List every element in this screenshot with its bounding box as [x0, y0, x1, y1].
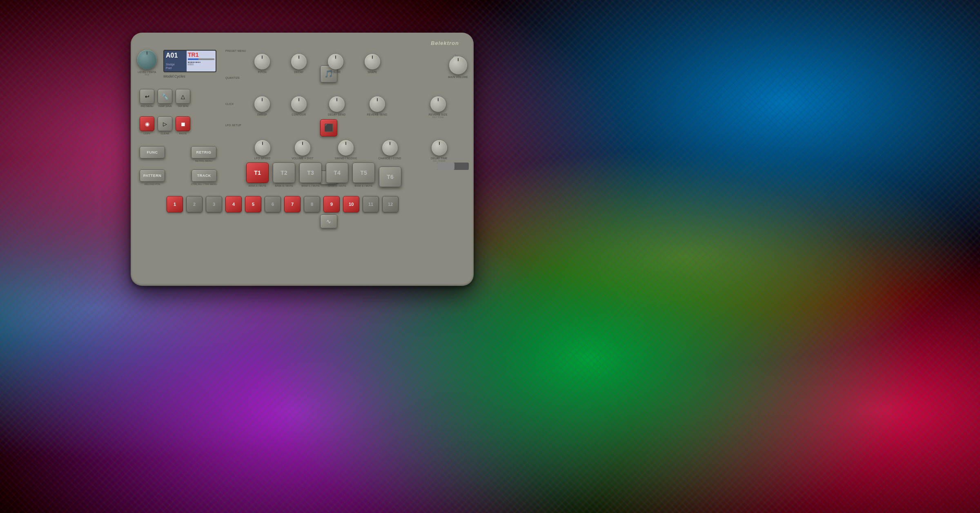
contour-knob[interactable]: [291, 96, 307, 112]
clear-label: CLEAR: [161, 132, 169, 135]
copy-icon: ◉: [145, 121, 149, 127]
level-pan-sublabel: PAN: [145, 74, 149, 76]
lfo-icon: ∿: [326, 218, 331, 225]
reverb-send-knob[interactable]: [370, 96, 385, 112]
step-button-10[interactable]: 10: [343, 196, 359, 212]
shape-knob[interactable]: [365, 54, 380, 69]
clear-button[interactable]: ▷: [158, 116, 172, 131]
volume-dist-led: [301, 137, 303, 139]
brand-logo: Belektron: [431, 40, 459, 46]
temp-save-button[interactable]: 🔧: [158, 89, 172, 104]
track-number: TR1: [188, 52, 214, 58]
chance-cond-knob[interactable]: [382, 140, 398, 156]
delay-send-knob[interactable]: [329, 96, 345, 112]
pattern-number: A01: [166, 52, 185, 59]
color-knob[interactable]: [328, 54, 343, 69]
level-data-knob[interactable]: [137, 50, 157, 69]
step-button-11[interactable]: 11: [363, 196, 379, 212]
decay-led: [298, 51, 300, 53]
reverb-send-led: [376, 93, 378, 95]
step-button-8[interactable]: 8: [304, 196, 320, 212]
pitch-label: PITCH: [258, 71, 267, 74]
retrig-button[interactable]: RETRIG: [191, 146, 216, 158]
pitch-knob[interactable]: [254, 54, 270, 69]
track-t3-button[interactable]: T3: [299, 163, 322, 183]
preset-menu-label: PRESET MENU: [225, 49, 246, 52]
sweep-led: [261, 93, 263, 95]
pitch-led: [261, 51, 263, 53]
reload-ptn-label: RELOAD PTN: [145, 183, 160, 185]
delay-time-led: [438, 137, 440, 139]
shape-label: SHAPE: [368, 71, 377, 74]
temp-save-icon: 🔧: [162, 94, 168, 100]
temp-save-label: TEMP SAVE: [158, 105, 172, 107]
lfo-setup-label: LFO SETUP: [225, 124, 241, 127]
step-button-9[interactable]: 9: [323, 196, 340, 212]
step-button-6[interactable]: 6: [265, 196, 281, 212]
paste-icon: ◼: [181, 121, 185, 127]
lfo-speed-led: [261, 137, 263, 139]
track-t5-button[interactable]: T5: [352, 163, 375, 183]
step-button-4[interactable]: 4: [225, 196, 242, 212]
copy-label: COPY: [143, 132, 150, 135]
tap-bpm-icon: △: [181, 94, 185, 100]
sweep-knob[interactable]: [254, 96, 270, 112]
copy-button[interactable]: ◉: [140, 116, 154, 131]
device-body: Belektron MAIN VOLUME LEVEL / DATA PAN A…: [131, 33, 474, 286]
color-label: COLOR: [331, 71, 341, 74]
swing-nudge-label: SWING / NUDGE: [335, 157, 357, 160]
track-t2-button[interactable]: T2: [273, 163, 295, 183]
step-button-1[interactable]: 1: [167, 196, 183, 212]
decay-label: DECAY: [294, 71, 303, 74]
quantize-button[interactable]: ⬛: [320, 119, 337, 136]
display-left: A01 Sludge Poet: [164, 51, 187, 71]
reverb-size-knob[interactable]: [430, 96, 446, 112]
delay-send-led: [336, 93, 338, 95]
step-button-5[interactable]: 5: [245, 196, 261, 212]
main-volume-label: MAIN VOLUME: [448, 76, 468, 78]
reverb-size-led: [437, 93, 439, 95]
scroll-fill: [437, 163, 454, 170]
decay-knob[interactable]: [291, 54, 307, 69]
step-button-2[interactable]: 2: [186, 196, 203, 212]
delay-time-knob[interactable]: [432, 140, 447, 156]
scroll-indicator: [437, 163, 469, 170]
display-right: TR1 ||||||||: [187, 51, 216, 71]
rev-tone-sublabel: REV TONE: [432, 116, 444, 118]
swing-nudge-led: [345, 137, 347, 139]
step-button-3[interactable]: 3: [206, 196, 222, 212]
volume-dist-knob[interactable]: [295, 140, 310, 156]
paste-label: PASTE: [179, 132, 187, 135]
track-t4-button[interactable]: T4: [326, 163, 348, 183]
lfo-setup-button[interactable]: ∿: [320, 214, 337, 228]
lfo-speed-knob[interactable]: [255, 140, 270, 156]
bank-b-label: BANK B / MUTE: [275, 185, 293, 187]
pattern-button[interactable]: PATTERN: [140, 170, 165, 182]
func-button[interactable]: FUNC: [140, 146, 165, 158]
swing-nudge-knob[interactable]: [338, 140, 354, 156]
progress-fill: [188, 58, 198, 60]
track-button[interactable]: TRACK: [192, 170, 217, 182]
step-button-12[interactable]: 12: [382, 196, 399, 212]
pad-menu-button[interactable]: ↩: [140, 89, 154, 104]
paste-button[interactable]: ◼: [176, 116, 190, 131]
delay-time-label: DELAY TIME: [431, 157, 448, 160]
bank-e-label: BANK E / MUTE: [354, 185, 372, 187]
preset-name: Sludge Poet: [166, 63, 185, 70]
bank-c-label: BANK C / MUTE: [301, 185, 319, 187]
main-volume-knob[interactable]: [449, 56, 467, 74]
track-t6-button[interactable]: T6: [379, 167, 401, 187]
quantize-icon: ⬛: [324, 123, 333, 132]
step-button-7[interactable]: 7: [284, 196, 301, 212]
model-name: Model:Cycles: [163, 74, 185, 78]
chance-cond-led: [389, 137, 391, 139]
contour-led: [298, 93, 300, 95]
tap-bpm-label: TAP BPM: [178, 105, 188, 107]
bank-d-label: BANK D / MUTE: [328, 185, 346, 187]
progress-bar: [188, 58, 214, 60]
ctrl-all-label: CTRL ALL / TRK MENU: [191, 183, 217, 185]
tap-bpm-button[interactable]: △: [176, 89, 190, 104]
track-t1-button[interactable]: T1: [246, 163, 269, 183]
reverb-send-label: REVERB SEND: [367, 113, 388, 116]
sweep-label: SWEEP: [257, 113, 267, 116]
